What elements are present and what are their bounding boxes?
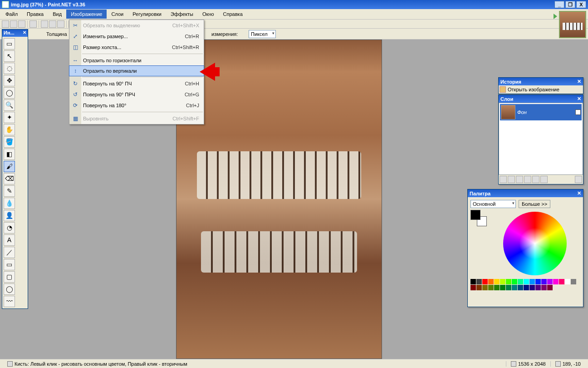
color-swatch[interactable] (476, 279, 482, 284)
roundrect-tool[interactable]: ▢ (4, 271, 15, 283)
color-mode-select[interactable]: Основной (470, 200, 516, 208)
color-swatch[interactable] (494, 279, 500, 284)
fg-color-swatch[interactable] (470, 210, 480, 220)
menu-layers[interactable]: Слои (107, 10, 128, 19)
copy-icon[interactable] (49, 20, 56, 28)
menu-canvas-size[interactable]: ◫Размер холста...Ctrl+Shift+R (69, 42, 204, 53)
color-swatch[interactable] (512, 279, 517, 284)
tools-header[interactable]: Ин...✕ (2, 30, 28, 37)
fgbg-swatch[interactable] (470, 210, 487, 226)
menu-adjustments[interactable]: Регулировки (128, 10, 166, 19)
color-swatch[interactable] (476, 285, 482, 290)
color-swatch[interactable] (565, 279, 570, 284)
menu-flip-horizontal[interactable]: ↔Отразить по горизонтали (69, 55, 204, 66)
color-swatch[interactable] (541, 279, 547, 284)
color-swatch[interactable] (571, 279, 576, 284)
minimize-button[interactable]: _ (554, 1, 564, 8)
color-swatch[interactable] (482, 285, 488, 290)
menu-edit[interactable]: Правка (22, 10, 48, 19)
color-wheel[interactable] (503, 212, 567, 275)
recolor-tool[interactable]: ◔ (4, 222, 15, 234)
wand-tool[interactable]: ✦ (4, 112, 15, 123)
add-layer-icon[interactable] (500, 176, 507, 183)
close-icon[interactable]: ✕ (577, 96, 581, 102)
clone-tool[interactable]: 👤 (4, 210, 15, 221)
move-tool[interactable]: ↖ (4, 50, 15, 62)
color-swatch[interactable] (535, 279, 541, 284)
color-swatch[interactable] (529, 279, 535, 284)
color-swatch[interactable] (518, 285, 523, 290)
menu-rotate-ccw[interactable]: ↺Повернуть на 90° ПРЧCtrl+G (69, 89, 204, 100)
color-swatch[interactable] (470, 279, 476, 284)
zoom-tool[interactable]: 🔍 (4, 99, 15, 111)
save-icon[interactable] (18, 20, 25, 28)
history-header[interactable]: История✕ (499, 78, 583, 85)
layer-properties-icon[interactable] (575, 176, 582, 183)
close-icon[interactable]: ✕ (577, 79, 581, 85)
canvas[interactable] (176, 40, 382, 359)
brush-tool[interactable]: 🖌 (4, 161, 15, 172)
menu-flip-vertical[interactable]: ↕Отразить по вертикали (69, 65, 204, 76)
history-entry[interactable]: Открыть изображение (499, 85, 583, 94)
color-swatch[interactable] (488, 285, 494, 290)
unit-select[interactable]: Пиксел (249, 30, 276, 38)
color-swatch[interactable] (529, 285, 535, 290)
color-swatch[interactable] (512, 285, 517, 290)
rectangle-tool[interactable]: ▭ (4, 259, 15, 270)
color-swatch[interactable] (541, 285, 547, 290)
menu-file[interactable]: Файл (1, 10, 22, 19)
color-swatch[interactable] (506, 285, 511, 290)
menu-resize[interactable]: ⤢Изменить размер...Ctrl+R (69, 31, 204, 42)
close-icon[interactable]: ✕ (23, 30, 26, 36)
delete-layer-icon[interactable] (508, 176, 515, 183)
line-tool[interactable]: ／ (4, 247, 15, 258)
cut-icon[interactable] (41, 20, 48, 28)
eraser-tool[interactable]: ⌫ (4, 173, 15, 184)
color-swatch[interactable] (547, 285, 553, 290)
color-swatch[interactable] (524, 279, 529, 284)
pencil-tool[interactable]: ✎ (4, 185, 15, 197)
duplicate-layer-icon[interactable] (516, 176, 523, 183)
colorpicker-tool[interactable]: 💧 (4, 198, 15, 209)
fill-tool[interactable]: 🪣 (4, 136, 15, 148)
color-swatch[interactable] (553, 279, 559, 284)
color-swatch[interactable] (518, 279, 523, 284)
open-icon[interactable] (10, 20, 17, 28)
freeform-tool[interactable]: 〰 (4, 296, 15, 307)
menu-effects[interactable]: Эффекты (166, 10, 198, 19)
palette-header[interactable]: Палитра✕ (468, 189, 583, 197)
color-swatch[interactable] (547, 279, 553, 284)
more-button[interactable]: Больше >> (519, 200, 550, 208)
ellipse-tool[interactable]: ◯ (4, 283, 15, 295)
merge-down-icon[interactable] (524, 176, 531, 183)
menu-help[interactable]: Справка (219, 10, 247, 19)
move-down-icon[interactable] (540, 176, 548, 183)
color-swatch[interactable] (500, 279, 505, 284)
menu-view[interactable]: Вид (48, 10, 66, 19)
menu-rotate-cw[interactable]: ↻Повернуть на 90° ПЧCtrl+H (69, 78, 204, 89)
layer-visible-checkbox[interactable]: ✓ (575, 109, 581, 115)
color-swatch[interactable] (470, 285, 476, 290)
color-swatch[interactable] (494, 285, 500, 290)
move-selection-tool[interactable]: ✥ (4, 75, 15, 86)
text-tool[interactable]: A (4, 234, 15, 246)
move-up-icon[interactable] (532, 176, 539, 183)
color-swatch[interactable] (524, 285, 529, 290)
color-swatch[interactable] (559, 279, 564, 284)
close-button[interactable]: X (576, 1, 586, 8)
pan-tool[interactable]: ✋ (4, 124, 15, 135)
print-icon[interactable] (29, 20, 37, 28)
menu-window[interactable]: Окно (198, 10, 219, 19)
maximize-button[interactable]: ❐ (565, 1, 575, 8)
menu-rotate-180[interactable]: ⟳Повернуть на 180°Ctrl+J (69, 100, 204, 111)
color-swatch[interactable] (488, 279, 494, 284)
document-thumbnail[interactable] (559, 11, 586, 38)
layers-header[interactable]: Слои✕ (499, 95, 583, 103)
color-swatch[interactable] (482, 279, 488, 284)
lasso-tool[interactable]: ◌ (4, 63, 15, 74)
color-swatch[interactable] (506, 279, 511, 284)
menu-image[interactable]: Изображение (66, 10, 107, 19)
color-swatch[interactable] (535, 285, 541, 290)
new-icon[interactable] (2, 20, 9, 28)
paste-icon[interactable] (57, 20, 64, 28)
